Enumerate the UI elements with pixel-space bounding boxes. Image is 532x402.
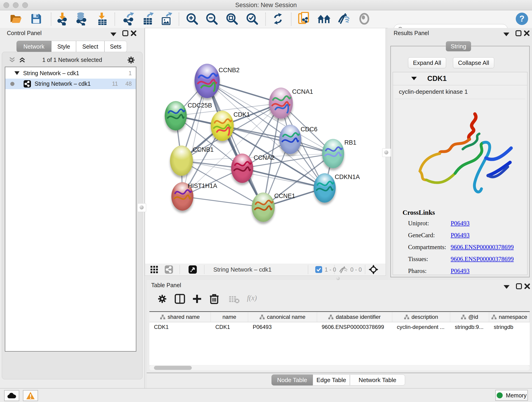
- table-cell[interactable]: P06493: [248, 322, 317, 332]
- node-cdk1[interactable]: [211, 111, 234, 141]
- birds-eye-view-icon[interactable]: [189, 265, 197, 274]
- first-neighbors-icon[interactable]: [317, 13, 331, 26]
- hide-selected-icon[interactable]: [337, 13, 351, 26]
- node-ccne1[interactable]: [252, 192, 275, 222]
- table-cell[interactable]: stringdb:9...: [450, 322, 489, 332]
- warnings-button[interactable]: [23, 390, 38, 401]
- import-table-icon[interactable]: [96, 12, 108, 26]
- edge-HIST1H1A-CCNE1[interactable]: [182, 196, 263, 207]
- add-column-icon[interactable]: [192, 294, 202, 304]
- hidden-eye-icon[interactable]: [339, 266, 348, 273]
- selected-checkbox[interactable]: [315, 266, 322, 273]
- delete-table-icon[interactable]: [229, 295, 240, 303]
- expand-all-button[interactable]: Expand All: [408, 57, 446, 68]
- table-cell[interactable]: 9606.ENSP00000378699: [317, 322, 392, 332]
- import-network-from-database-icon[interactable]: [75, 12, 88, 26]
- horizontal-scrollbar[interactable]: [149, 365, 530, 370]
- close-panel-icon[interactable]: [524, 30, 530, 36]
- protein-ribbon-thumbnail: [231, 153, 253, 183]
- undock-panel-icon[interactable]: [515, 30, 521, 36]
- undock-panel-icon[interactable]: [516, 283, 522, 289]
- crosslink-link[interactable]: 9606.ENSP00000378699: [451, 255, 514, 263]
- column-header-id[interactable]: @id: [450, 312, 489, 322]
- left-splitter-handle[interactable]: [138, 203, 146, 212]
- delete-column-icon[interactable]: [209, 293, 219, 304]
- table-cell[interactable]: cyclin-dependent ...: [392, 322, 450, 332]
- zoom-out-icon[interactable]: [205, 12, 218, 26]
- float-panel-icon[interactable]: [110, 32, 116, 36]
- gene-name: CDK1: [427, 75, 447, 83]
- save-session-icon[interactable]: [31, 13, 42, 26]
- float-panel-icon[interactable]: [504, 285, 510, 289]
- column-header-name[interactable]: name: [211, 312, 248, 322]
- column-header-namespace[interactable]: namespace: [489, 312, 530, 322]
- node-cdkn1a[interactable]: [314, 173, 336, 203]
- column-header-label: description: [412, 314, 438, 320]
- crosslink-link[interactable]: P06493: [451, 232, 470, 239]
- node-ccna2[interactable]: [231, 153, 253, 183]
- column-header-databaseidentifier[interactable]: database identifier: [317, 312, 392, 322]
- right-splitter-handle[interactable]: [382, 148, 391, 157]
- zoom-fit-icon[interactable]: [225, 12, 238, 26]
- node-ccnb2[interactable]: [195, 64, 220, 98]
- table-cell[interactable]: stringdb: [489, 322, 530, 332]
- import-network-icon[interactable]: [56, 12, 68, 26]
- node-cdc6[interactable]: [279, 125, 301, 154]
- float-panel-icon[interactable]: [503, 32, 509, 36]
- tab-sets[interactable]: Sets: [104, 41, 127, 52]
- crosslink-link[interactable]: P06493: [451, 220, 470, 227]
- help-icon[interactable]: ?: [515, 12, 529, 26]
- grid-view-icon[interactable]: [151, 266, 158, 273]
- tab-edge-table[interactable]: Edge Table: [313, 375, 350, 385]
- undock-panel-icon[interactable]: [122, 30, 128, 36]
- cloud-status-button[interactable]: [4, 390, 19, 401]
- node-cdc25b[interactable]: [165, 101, 187, 130]
- network-view-mode-icon[interactable]: [165, 265, 173, 274]
- tab-string[interactable]: String: [446, 41, 471, 51]
- network-collection-row[interactable]: String Network – cdk1 1: [5, 68, 136, 79]
- export-network-icon[interactable]: [122, 12, 134, 26]
- export-table-icon[interactable]: [142, 12, 154, 26]
- table-cell[interactable]: CDK1: [211, 322, 248, 332]
- node-ccnb1[interactable]: [170, 146, 193, 176]
- tab-select[interactable]: Select: [76, 41, 104, 52]
- open-session-icon[interactable]: [9, 13, 22, 26]
- show-all-icon[interactable]: [358, 13, 370, 26]
- column-header-description[interactable]: description: [392, 312, 450, 322]
- export-image-icon[interactable]: [160, 12, 173, 26]
- memory-button[interactable]: Memory: [495, 390, 528, 401]
- table-row[interactable]: CDK1CDK1P064939606.ENSP00000378699cyclin…: [149, 322, 530, 332]
- close-panel-icon[interactable]: [131, 30, 137, 36]
- gear-icon[interactable]: [127, 56, 135, 64]
- node-rb1[interactable]: [322, 139, 344, 168]
- function-builder-icon[interactable]: f(x): [247, 294, 257, 302]
- tab-network-table[interactable]: Network Table: [350, 375, 405, 385]
- gear-icon[interactable]: [158, 294, 167, 303]
- pan-crosshair-icon[interactable]: [369, 265, 378, 274]
- show-columns-icon[interactable]: [175, 294, 185, 304]
- tab-network[interactable]: Network: [17, 41, 51, 52]
- collapse-all-button[interactable]: Collapse All: [453, 57, 494, 68]
- string-import-icon[interactable]: [298, 12, 310, 27]
- collapse-section-icon[interactable]: [411, 77, 417, 80]
- cdk1-section-header[interactable]: CDK1: [393, 72, 527, 85]
- crosslink-link[interactable]: P06493: [451, 268, 470, 274]
- close-panel-icon[interactable]: [524, 283, 530, 289]
- edge-CCNB2-HIST1H1A[interactable]: [182, 81, 207, 196]
- bottom-splitter-handle[interactable]: [336, 277, 340, 280]
- network-canvas[interactable]: CCNB2CCNA1CDC25BCDK1CDC6RB1CCNB1CCNA2CDK…: [145, 28, 386, 264]
- crosslink-link[interactable]: 9606.ENSP00000378699: [451, 244, 514, 251]
- network-row-selected[interactable]: String Network – cdk1 11 48: [5, 79, 136, 89]
- tab-style[interactable]: Style: [51, 41, 76, 52]
- node-ccna1[interactable]: [269, 88, 293, 119]
- column-header-sharedname[interactable]: shared name: [149, 312, 211, 322]
- tab-node-table[interactable]: Node Table: [272, 375, 313, 385]
- scrollbar-thumb[interactable]: [154, 366, 192, 370]
- tree-expand-icon[interactable]: [14, 71, 19, 75]
- zoom-in-icon[interactable]: [186, 12, 198, 26]
- column-header-canonicalname[interactable]: canonical name: [248, 312, 317, 322]
- zoom-selected-icon[interactable]: [246, 12, 259, 26]
- table-cell[interactable]: CDK1: [149, 322, 211, 332]
- refresh-icon[interactable]: [272, 13, 284, 26]
- cloud-icon: [7, 392, 16, 399]
